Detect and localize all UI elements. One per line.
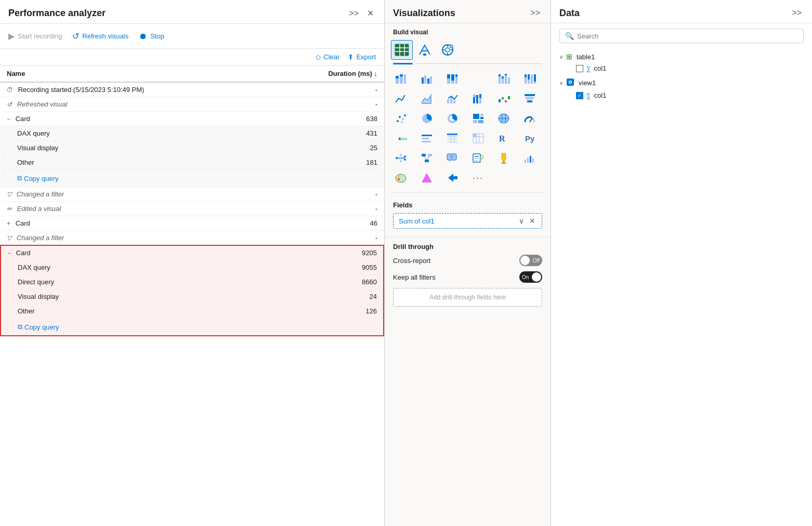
- viz-slicer-btn[interactable]: [417, 129, 437, 148]
- viz-table-viz-btn[interactable]: [442, 129, 462, 148]
- refresh-visuals-label: Refresh visuals: [82, 32, 128, 40]
- viz-qa-btn[interactable]: ?: [442, 149, 462, 167]
- field-chip-remove-btn[interactable]: ✕: [528, 217, 536, 225]
- svg-rect-42: [528, 74, 530, 80]
- row-label: Card: [16, 249, 31, 257]
- clear-button[interactable]: ◇ Clear: [316, 53, 339, 61]
- collapse-data-panel-button[interactable]: >>: [790, 7, 804, 19]
- viz-stacked-bar-btn[interactable]: [391, 70, 411, 88]
- refresh-visuals-button[interactable]: ↺ Refresh visuals: [72, 29, 128, 43]
- filter2-icon: ▽: [7, 234, 11, 242]
- viz-analytics-icon-btn[interactable]: 🔍: [437, 40, 459, 60]
- viz-clustered-col-btn[interactable]: [468, 70, 488, 88]
- row-copy-query[interactable]: ⧉ Copy query: [1, 170, 272, 187]
- svg-rect-72: [480, 117, 483, 119]
- viz-area-btn[interactable]: [417, 89, 437, 108]
- tree-child-table1-col1[interactable]: ∑ col1: [551, 63, 812, 74]
- field-chip-text: Sum of col1: [399, 217, 435, 225]
- viz-matrix-btn[interactable]: [468, 129, 488, 148]
- viz-stacked-col-btn[interactable]: [494, 70, 514, 88]
- sort-desc-icon: ↓: [374, 70, 378, 77]
- viz-arrows-btn[interactable]: [442, 168, 462, 187]
- close-perf-panel-button[interactable]: ✕: [365, 7, 376, 19]
- export-button[interactable]: ⬆ Export: [348, 53, 376, 61]
- refresh-row-icon: ↺: [7, 101, 12, 108]
- tree-child-view1-col1[interactable]: ✓ ∑ col1: [551, 90, 812, 101]
- viz-bar-small-btn[interactable]: [520, 149, 540, 167]
- viz-treemap-btn[interactable]: [468, 109, 488, 128]
- col-duration-header[interactable]: Duration (ms) ↓: [272, 65, 384, 82]
- start-recording-button[interactable]: ▶ Start recording: [8, 29, 62, 43]
- viz-waterfall-btn[interactable]: [494, 89, 514, 108]
- svg-rect-40: [525, 74, 527, 77]
- viz-100-stacked-bar-btn[interactable]: [442, 70, 462, 88]
- viz-line-clustered-btn[interactable]: [442, 89, 462, 108]
- collapse-viz-panel-button[interactable]: >>: [528, 7, 542, 19]
- viz-100-stacked-col-btn[interactable]: [520, 70, 540, 88]
- row-duration: -: [272, 82, 384, 97]
- field-chip-chevron-btn[interactable]: ∨: [518, 217, 525, 225]
- performance-analyzer-panel: Performance analyzer >> ✕ ▶ Start record…: [0, 0, 385, 526]
- svg-rect-119: [527, 157, 529, 163]
- viz-map2-btn[interactable]: [391, 168, 411, 187]
- viz-format-icon-btn[interactable]: [414, 40, 436, 60]
- row-name: ▽ Changed a filter: [1, 187, 272, 202]
- svg-rect-104: [422, 154, 426, 156]
- tree-label-view1-col1: col1: [594, 91, 607, 99]
- viz-python-btn[interactable]: Py: [520, 129, 540, 148]
- viz-decomp-tree-btn[interactable]: [391, 149, 411, 167]
- svg-point-101: [404, 159, 406, 161]
- viz-ribbon-btn[interactable]: [468, 89, 488, 108]
- refresh-icon: ↺: [72, 31, 79, 41]
- cross-report-toggle[interactable]: Off: [519, 255, 542, 266]
- row-duration: 8660: [272, 275, 384, 290]
- svg-rect-21: [424, 75, 426, 84]
- viz-funnel-btn[interactable]: [520, 89, 540, 108]
- viz-clustered-bar-btn[interactable]: [417, 70, 437, 88]
- row-duration: 25: [272, 141, 384, 155]
- viz-shapes-btn[interactable]: [417, 168, 437, 187]
- perf-panel-header: Performance analyzer >> ✕: [0, 0, 384, 24]
- viz-trophy-btn[interactable]: [494, 149, 514, 167]
- keep-filters-toggle[interactable]: On: [519, 271, 542, 283]
- row-name: + Card: [1, 216, 272, 231]
- copy-query-button-2[interactable]: ⧉ Copy query: [18, 322, 59, 332]
- svg-text:?: ?: [450, 155, 453, 160]
- perf-table-container: Name Duration (ms) ↓ ⏱ Recording started…: [0, 65, 384, 526]
- checkbox-table1-col1[interactable]: [576, 65, 583, 72]
- collapse-perf-panel-button[interactable]: >>: [347, 7, 361, 19]
- viz-map-btn[interactable]: [494, 109, 514, 128]
- drill-through-field-box: Add drill-through fields here: [393, 288, 542, 307]
- viz-donut-btn[interactable]: [442, 109, 462, 128]
- viz-table-icon-btn[interactable]: [391, 40, 413, 60]
- row-duration: -: [272, 187, 384, 202]
- viz-hierarchy-btn[interactable]: [417, 149, 437, 167]
- table-row: Visual display 25: [1, 141, 384, 155]
- viz-gauge-btn[interactable]: [520, 109, 540, 128]
- table-row: − Card 9205: [1, 245, 384, 260]
- viz-r-script-btn[interactable]: R: [494, 129, 514, 148]
- viz-more-btn[interactable]: ···: [468, 168, 488, 187]
- row-label: Edited a visual: [17, 205, 61, 213]
- row-duration: 24: [272, 290, 384, 304]
- viz-line-btn[interactable]: [391, 89, 411, 108]
- svg-line-77: [530, 118, 532, 122]
- viz-scatter-btn[interactable]: [391, 109, 411, 128]
- svg-point-97: [396, 157, 398, 159]
- svg-rect-50: [473, 94, 475, 97]
- row-name[interactable]: ⧉ Copy query: [1, 319, 272, 336]
- svg-text:5%: 5%: [401, 137, 407, 141]
- svg-rect-53: [479, 94, 481, 98]
- copy-query-button[interactable]: ⧉ Copy query: [17, 173, 58, 183]
- checkbox-view1-col1[interactable]: ✓: [576, 92, 583, 99]
- col-name-header[interactable]: Name: [1, 65, 272, 82]
- viz-kpi-btn[interactable]: ▲5%: [391, 129, 411, 148]
- viz-pie-btn[interactable]: [417, 109, 437, 128]
- svg-rect-59: [525, 94, 535, 96]
- tree-item-table1[interactable]: ∨ ⊞ table1: [551, 50, 812, 63]
- viz-smart-narrative-btn[interactable]: [468, 149, 488, 167]
- stop-button[interactable]: ⏺ Stop: [139, 30, 164, 43]
- table-row: ⏱ Recording started (5/15/2023 5:10:49 P…: [1, 82, 384, 97]
- search-input[interactable]: [577, 32, 798, 40]
- tree-item-view1[interactable]: ∨ view1: [551, 76, 812, 90]
